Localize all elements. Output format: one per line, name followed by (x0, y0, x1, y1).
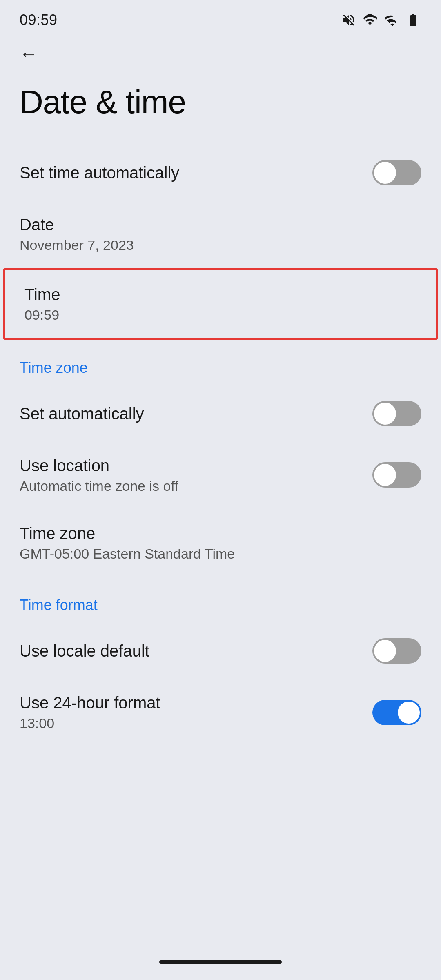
date-label: Date (20, 215, 421, 234)
use-location-toggle[interactable] (372, 462, 421, 488)
toggle-knob (374, 403, 396, 425)
back-arrow-icon[interactable]: ← (20, 44, 38, 64)
set-time-automatically-label: Set time automatically (20, 163, 372, 183)
wifi-icon (363, 13, 377, 27)
use-24-hour-format-label: Use 24-hour format (20, 693, 372, 713)
use-locale-default-label: Use locale default (20, 641, 372, 661)
use-locale-default-item[interactable]: Use locale default (0, 624, 441, 678)
time-zone-item[interactable]: Time zone GMT-05:00 Eastern Standard Tim… (0, 509, 441, 577)
time-zone-header: Time zone (0, 340, 441, 386)
status-time: 09:59 (20, 11, 58, 29)
time-value: 09:59 (24, 307, 416, 323)
toggle-knob (374, 464, 396, 486)
set-automatically-item[interactable]: Set automatically (0, 386, 441, 441)
date-value: November 7, 2023 (20, 237, 421, 254)
toggle-knob (374, 640, 396, 662)
use-24-hour-format-toggle[interactable] (372, 700, 421, 725)
page-title: Date & time (0, 67, 441, 145)
mute-icon (341, 13, 356, 27)
use-location-label: Use location (20, 456, 372, 475)
toggle-knob (374, 162, 396, 184)
use-locale-default-toggle[interactable] (372, 638, 421, 664)
back-button-container: ← (0, 33, 441, 67)
date-item[interactable]: Date November 7, 2023 (0, 200, 441, 268)
toggle-knob (398, 702, 420, 724)
set-time-automatically-item[interactable]: Set time automatically (0, 145, 441, 200)
time-zone-value: GMT-05:00 Eastern Standard Time (20, 546, 421, 562)
use-24-hour-format-item[interactable]: Use 24-hour format 13:00 (0, 678, 441, 746)
time-label: Time (24, 285, 416, 304)
set-time-automatically-toggle[interactable] (372, 160, 421, 185)
time-item[interactable]: Time 09:59 (3, 268, 438, 340)
time-format-header: Time format (0, 577, 441, 624)
use-24-hour-format-value: 13:00 (20, 715, 372, 732)
signal-icon (384, 13, 399, 27)
time-zone-label: Time zone (20, 523, 421, 543)
use-location-item[interactable]: Use location Automatic time zone is off (0, 441, 441, 509)
set-automatically-toggle[interactable] (372, 401, 421, 426)
bottom-nav-bar (159, 960, 282, 964)
status-bar: 09:59 (0, 0, 441, 33)
settings-list: Set time automatically Date November 7, … (0, 145, 441, 746)
set-automatically-label: Set automatically (20, 404, 372, 423)
use-location-subtitle: Automatic time zone is off (20, 478, 372, 494)
status-icons (341, 13, 421, 27)
battery-icon (405, 13, 421, 27)
